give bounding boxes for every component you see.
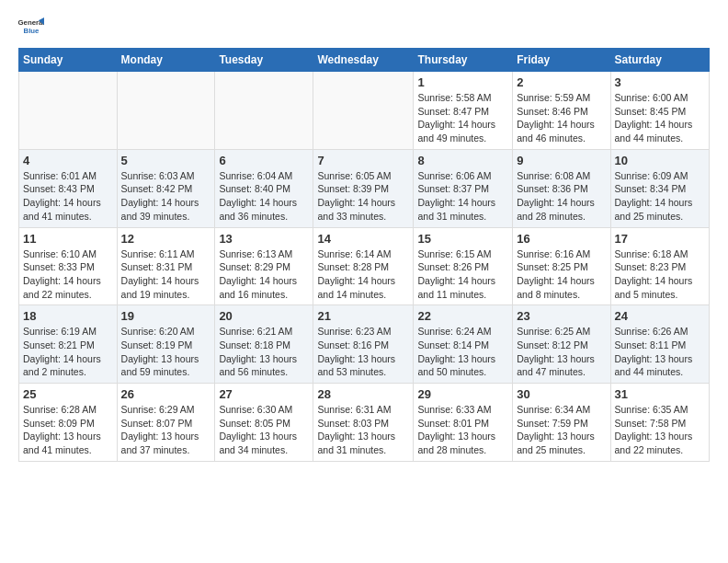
calendar-cell: 16Sunrise: 6:16 AM Sunset: 8:25 PM Dayli… [513, 227, 610, 305]
cell-content: Sunrise: 6:31 AM Sunset: 8:03 PM Dayligh… [317, 403, 409, 457]
day-number: 22 [417, 309, 508, 323]
day-number: 27 [219, 387, 309, 401]
day-number: 1 [417, 75, 508, 89]
calendar-cell: 8Sunrise: 6:06 AM Sunset: 8:37 PM Daylig… [414, 149, 513, 227]
cell-content: Sunrise: 6:34 AM Sunset: 7:59 PM Dayligh… [517, 403, 606, 457]
day-number: 5 [121, 154, 211, 167]
calendar-cell: 29Sunrise: 6:33 AM Sunset: 8:01 PM Dayli… [414, 384, 513, 462]
cell-content: Sunrise: 6:35 AM Sunset: 7:58 PM Dayligh… [615, 403, 705, 457]
week-row-3: 11Sunrise: 6:10 AM Sunset: 8:33 PM Dayli… [19, 227, 710, 305]
calendar-cell: 1Sunrise: 5:58 AM Sunset: 8:47 PM Daylig… [414, 72, 513, 150]
svg-text:Blue: Blue [24, 27, 40, 35]
calendar-cell: 18Sunrise: 6:19 AM Sunset: 8:21 PM Dayli… [19, 305, 118, 384]
calendar-cell: 25Sunrise: 6:28 AM Sunset: 8:09 PM Dayli… [19, 384, 118, 462]
calendar-cell: 26Sunrise: 6:29 AM Sunset: 8:07 PM Dayli… [117, 384, 215, 462]
calendar-cell: 15Sunrise: 6:15 AM Sunset: 8:26 PM Dayli… [414, 227, 513, 305]
day-number: 12 [121, 232, 211, 246]
week-row-5: 25Sunrise: 6:28 AM Sunset: 8:09 PM Dayli… [19, 384, 710, 462]
logo-icon: General Blue [18, 15, 44, 40]
cell-content: Sunrise: 5:58 AM Sunset: 8:47 PM Dayligh… [417, 91, 508, 145]
calendar-cell: 28Sunrise: 6:31 AM Sunset: 8:03 PM Dayli… [313, 384, 414, 462]
cell-content: Sunrise: 5:59 AM Sunset: 8:46 PM Dayligh… [517, 91, 606, 145]
calendar-cell [313, 72, 414, 150]
cell-content: Sunrise: 6:03 AM Sunset: 8:42 PM Dayligh… [121, 169, 211, 224]
calendar-cell: 19Sunrise: 6:20 AM Sunset: 8:19 PM Dayli… [117, 305, 215, 384]
day-number: 17 [615, 232, 705, 246]
page: General Blue SundayMondayTuesdayWednesda… [0, 0, 728, 473]
cell-content: Sunrise: 6:25 AM Sunset: 8:12 PM Dayligh… [517, 325, 606, 379]
day-number: 9 [517, 154, 606, 167]
day-number: 3 [615, 75, 705, 89]
day-number: 8 [417, 154, 508, 167]
cell-content: Sunrise: 6:06 AM Sunset: 8:37 PM Dayligh… [417, 169, 508, 224]
cell-content: Sunrise: 6:11 AM Sunset: 8:31 PM Dayligh… [121, 247, 211, 302]
weekday-header-thursday: Thursday [414, 49, 513, 72]
cell-content: Sunrise: 6:21 AM Sunset: 8:18 PM Dayligh… [219, 325, 309, 379]
cell-content: Sunrise: 6:09 AM Sunset: 8:34 PM Dayligh… [615, 169, 705, 224]
day-number: 30 [517, 387, 606, 401]
calendar-cell: 6Sunrise: 6:04 AM Sunset: 8:40 PM Daylig… [215, 149, 313, 227]
weekday-header-monday: Monday [117, 49, 215, 72]
cell-content: Sunrise: 6:00 AM Sunset: 8:45 PM Dayligh… [615, 91, 705, 145]
day-number: 21 [317, 309, 409, 323]
logo: General Blue [18, 15, 44, 40]
cell-content: Sunrise: 6:18 AM Sunset: 8:23 PM Dayligh… [615, 247, 705, 302]
cell-content: Sunrise: 6:29 AM Sunset: 8:07 PM Dayligh… [121, 403, 211, 457]
day-number: 23 [517, 309, 606, 323]
cell-content: Sunrise: 6:14 AM Sunset: 8:28 PM Dayligh… [317, 247, 409, 302]
weekday-header-wednesday: Wednesday [313, 49, 414, 72]
cell-content: Sunrise: 6:05 AM Sunset: 8:39 PM Dayligh… [317, 169, 409, 224]
calendar-cell: 14Sunrise: 6:14 AM Sunset: 8:28 PM Dayli… [313, 227, 414, 305]
cell-content: Sunrise: 6:30 AM Sunset: 8:05 PM Dayligh… [219, 403, 309, 457]
cell-content: Sunrise: 6:08 AM Sunset: 8:36 PM Dayligh… [517, 169, 606, 224]
calendar-cell: 13Sunrise: 6:13 AM Sunset: 8:29 PM Dayli… [215, 227, 313, 305]
calendar-cell: 17Sunrise: 6:18 AM Sunset: 8:23 PM Dayli… [610, 227, 709, 305]
cell-content: Sunrise: 6:19 AM Sunset: 8:21 PM Dayligh… [23, 325, 113, 379]
header: General Blue [18, 15, 710, 40]
day-number: 31 [615, 387, 705, 401]
cell-content: Sunrise: 6:23 AM Sunset: 8:16 PM Dayligh… [317, 325, 409, 379]
day-number: 7 [317, 154, 409, 167]
day-number: 26 [121, 387, 211, 401]
calendar-cell: 24Sunrise: 6:26 AM Sunset: 8:11 PM Dayli… [610, 305, 709, 384]
day-number: 11 [23, 232, 113, 246]
day-number: 13 [219, 232, 309, 246]
day-number: 24 [615, 309, 705, 323]
calendar-cell: 11Sunrise: 6:10 AM Sunset: 8:33 PM Dayli… [19, 227, 118, 305]
day-number: 4 [23, 154, 113, 167]
calendar-cell: 12Sunrise: 6:11 AM Sunset: 8:31 PM Dayli… [117, 227, 215, 305]
calendar-cell: 30Sunrise: 6:34 AM Sunset: 7:59 PM Dayli… [513, 384, 610, 462]
calendar-cell: 5Sunrise: 6:03 AM Sunset: 8:42 PM Daylig… [117, 149, 215, 227]
day-number: 20 [219, 309, 309, 323]
cell-content: Sunrise: 6:28 AM Sunset: 8:09 PM Dayligh… [23, 403, 113, 457]
calendar-cell: 23Sunrise: 6:25 AM Sunset: 8:12 PM Dayli… [513, 305, 610, 384]
weekday-header-sunday: Sunday [19, 49, 118, 72]
week-row-4: 18Sunrise: 6:19 AM Sunset: 8:21 PM Dayli… [19, 305, 710, 384]
day-number: 16 [517, 232, 606, 246]
calendar-cell: 31Sunrise: 6:35 AM Sunset: 7:58 PM Dayli… [610, 384, 709, 462]
cell-content: Sunrise: 6:26 AM Sunset: 8:11 PM Dayligh… [615, 325, 705, 379]
calendar-cell: 9Sunrise: 6:08 AM Sunset: 8:36 PM Daylig… [513, 149, 610, 227]
day-number: 2 [517, 75, 606, 89]
cell-content: Sunrise: 6:24 AM Sunset: 8:14 PM Dayligh… [417, 325, 508, 379]
weekday-header-saturday: Saturday [610, 49, 709, 72]
cell-content: Sunrise: 6:15 AM Sunset: 8:26 PM Dayligh… [417, 247, 508, 302]
calendar-cell: 7Sunrise: 6:05 AM Sunset: 8:39 PM Daylig… [313, 149, 414, 227]
day-number: 25 [23, 387, 113, 401]
calendar-cell: 4Sunrise: 6:01 AM Sunset: 8:43 PM Daylig… [19, 149, 118, 227]
day-number: 19 [121, 309, 211, 323]
cell-content: Sunrise: 6:16 AM Sunset: 8:25 PM Dayligh… [517, 247, 606, 302]
day-number: 29 [417, 387, 508, 401]
calendar-cell: 2Sunrise: 5:59 AM Sunset: 8:46 PM Daylig… [513, 72, 610, 150]
week-row-2: 4Sunrise: 6:01 AM Sunset: 8:43 PM Daylig… [19, 149, 710, 227]
cell-content: Sunrise: 6:33 AM Sunset: 8:01 PM Dayligh… [417, 403, 508, 457]
cell-content: Sunrise: 6:04 AM Sunset: 8:40 PM Dayligh… [219, 169, 309, 224]
cell-content: Sunrise: 6:20 AM Sunset: 8:19 PM Dayligh… [121, 325, 211, 379]
day-number: 18 [23, 309, 113, 323]
calendar-cell: 27Sunrise: 6:30 AM Sunset: 8:05 PM Dayli… [215, 384, 313, 462]
weekday-header-tuesday: Tuesday [215, 49, 313, 72]
cell-content: Sunrise: 6:01 AM Sunset: 8:43 PM Dayligh… [23, 169, 113, 224]
calendar-cell: 20Sunrise: 6:21 AM Sunset: 8:18 PM Dayli… [215, 305, 313, 384]
calendar-cell: 3Sunrise: 6:00 AM Sunset: 8:45 PM Daylig… [610, 72, 709, 150]
day-number: 6 [219, 154, 309, 167]
